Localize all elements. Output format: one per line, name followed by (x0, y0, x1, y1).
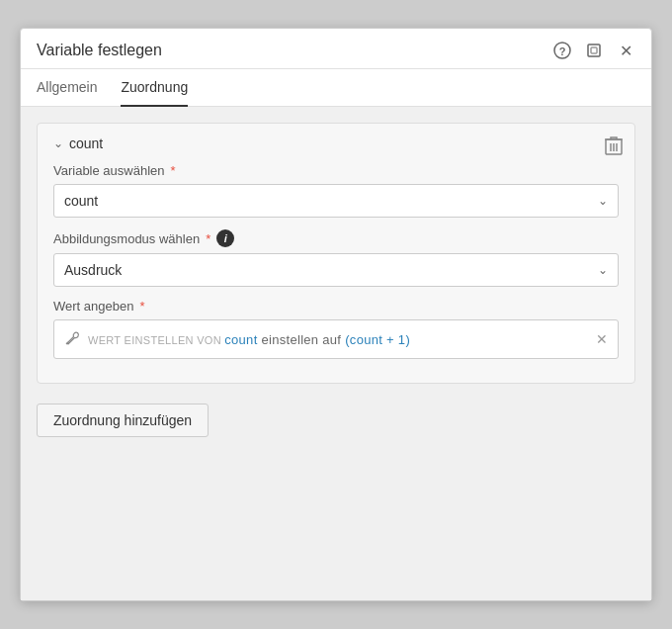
wrench-icon (64, 330, 80, 349)
add-mapping-container: Zuordnung hinzufügen (37, 396, 635, 441)
dialog-body: ⌄ count Variable auswählen * (21, 107, 651, 600)
tab-zuordnung[interactable]: Zuordnung (121, 69, 188, 107)
clear-icon[interactable]: ✕ (596, 331, 608, 347)
tab-allgemein[interactable]: Allgemein (37, 69, 97, 107)
dialog-header: Variable festlegen ? ✕ (21, 29, 651, 69)
dialog: Variable festlegen ? ✕ Allgemein Zuordnu… (20, 28, 652, 601)
delete-icon[interactable] (605, 135, 623, 159)
mapping-card-title: count (69, 135, 103, 151)
chevron-down-icon[interactable]: ⌄ (53, 136, 63, 150)
resize-icon[interactable] (584, 41, 604, 60)
variable-select-wrapper[interactable]: count ⌄ (53, 184, 619, 218)
mapping-card-header: ⌄ count (53, 135, 619, 151)
tabs: Allgemein Zuordnung (21, 69, 651, 107)
mode-required-marker: * (206, 231, 210, 246)
close-icon[interactable]: ✕ (616, 41, 635, 60)
required-marker: * (171, 163, 176, 178)
value-field-group: Wert angeben * WERT EINSTELLEN VON count… (53, 299, 619, 359)
mode-label: Abbildungsmodus wählen * i (53, 229, 619, 247)
mode-field-group: Abbildungsmodus wählen * i Ausdruck ⌄ (53, 229, 619, 287)
variable-label: Variable auswählen * (53, 163, 619, 178)
value-input-area[interactable]: WERT EINSTELLEN VON count einstellen auf… (53, 319, 619, 359)
svg-rect-3 (591, 47, 597, 53)
svg-rect-2 (588, 45, 600, 56)
mode-select-wrapper[interactable]: Ausdruck ⌄ (53, 253, 619, 287)
value-required-marker: * (139, 299, 144, 314)
variable-field-group: Variable auswählen * count ⌄ (53, 163, 619, 218)
value-expression-text: WERT EINSTELLEN VON count einstellen auf… (88, 332, 588, 347)
help-icon[interactable]: ? (552, 41, 572, 60)
dialog-title: Variable festlegen (37, 42, 162, 59)
value-label: Wert angeben * (53, 299, 619, 314)
svg-text:?: ? (559, 45, 566, 57)
mapping-card: ⌄ count Variable auswählen * (37, 123, 635, 384)
variable-select[interactable]: count (54, 185, 618, 217)
header-icons: ? ✕ (552, 41, 635, 60)
mode-select[interactable]: Ausdruck (54, 254, 618, 286)
add-mapping-button[interactable]: Zuordnung hinzufügen (37, 404, 209, 437)
info-icon[interactable]: i (216, 229, 234, 247)
